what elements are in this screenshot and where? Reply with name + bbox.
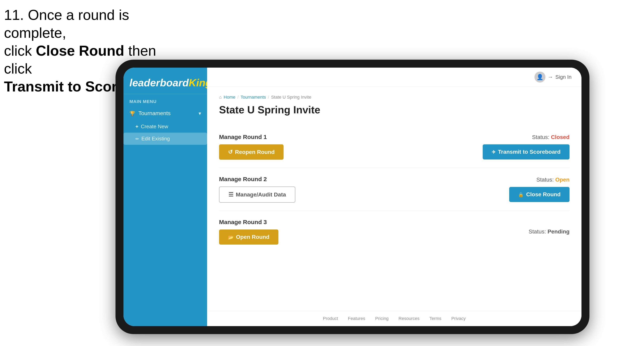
reopen-round-label: Reopen Round (235, 149, 274, 155)
transmit-icon (492, 149, 496, 155)
open-round-label: Open Round (236, 234, 270, 240)
tournaments-label: Tournaments (138, 110, 171, 117)
round-2-status: Status: Open (536, 176, 570, 183)
round-2-title: Manage Round 2 (219, 176, 295, 182)
open-round-button[interactable]: Open Round (219, 229, 278, 245)
footer-features[interactable]: Features (348, 316, 365, 321)
tablet-device: leaderboardKing MAIN MENU Tournaments Cr… (116, 60, 590, 334)
content-area: ⌂ Home / Tournaments / State U Spring In… (207, 87, 582, 311)
plus-icon (136, 124, 138, 130)
round-1-section: Manage Round 1 Reopen Round Status: Clos… (219, 126, 570, 168)
footer-pricing[interactable]: Pricing (375, 316, 388, 321)
round-3-section: Manage Round 3 Open Round Status: Pendin… (219, 211, 570, 253)
footer-terms[interactable]: Terms (430, 316, 442, 321)
transmit-scoreboard-label: Transmit to Scoreboard (498, 149, 560, 155)
reopen-round-button[interactable]: Reopen Round (219, 144, 284, 160)
app-logo: leaderboardKing (130, 78, 201, 88)
footer-product[interactable]: Product (323, 316, 338, 321)
round-2-section: Manage Round 2 Manage/Audit Data Status:… (219, 168, 570, 211)
round-2-status-value: Open (555, 176, 570, 183)
avatar: 👤 (534, 72, 546, 83)
sidebar-logo: leaderboardKing (124, 74, 207, 94)
app-layout: leaderboardKing MAIN MENU Tournaments Cr… (124, 68, 582, 326)
chevron-down-icon (198, 110, 201, 117)
round-3-right: Status: Pending (529, 228, 570, 235)
footer-privacy[interactable]: Privacy (451, 316, 466, 321)
sidebar: leaderboardKing MAIN MENU Tournaments Cr… (124, 68, 207, 326)
round-1-right: Status: Closed Transmit to Scoreboard (483, 134, 570, 160)
manage-audit-button[interactable]: Manage/Audit Data (219, 186, 295, 203)
instruction-line1: 11. Once a round is complete, (4, 6, 183, 42)
sign-in-label: Sign In (556, 74, 572, 80)
reopen-icon (228, 149, 232, 155)
breadcrumb-tournaments-link[interactable]: Tournaments (240, 95, 266, 100)
top-bar: 👤 → Sign In (207, 68, 582, 87)
page-title: State U Spring Invite (219, 104, 570, 116)
breadcrumb-sep1: / (237, 95, 238, 100)
close-round-button[interactable]: Close Round (509, 187, 570, 202)
round-1-status: Status: Closed (532, 134, 570, 140)
close-icon (518, 191, 524, 198)
trophy-icon (130, 110, 136, 117)
manage-audit-label: Manage/Audit Data (236, 191, 286, 198)
footer-resources[interactable]: Resources (398, 316, 420, 321)
round-3-left: Manage Round 3 Open Round (219, 219, 278, 245)
main-menu-label: MAIN MENU (124, 94, 207, 106)
instruction-pre: click (4, 43, 36, 59)
user-icon: 👤 (536, 74, 544, 80)
open-round-icon (228, 234, 234, 240)
tablet-screen: leaderboardKing MAIN MENU Tournaments Cr… (124, 68, 582, 326)
round-3-title: Manage Round 3 (219, 219, 278, 225)
footer: Product Features Pricing Resources Terms… (207, 311, 582, 326)
tournaments-item-left: Tournaments (130, 110, 171, 117)
sidebar-item-create-new[interactable]: Create New (124, 121, 207, 133)
round-3-status-value: Pending (548, 228, 570, 235)
round-2-left: Manage Round 2 Manage/Audit Data (219, 176, 295, 203)
breadcrumb: ⌂ Home / Tournaments / State U Spring In… (219, 95, 570, 100)
round-1-left: Manage Round 1 Reopen Round (219, 134, 284, 160)
breadcrumb-home-link[interactable]: Home (224, 95, 236, 100)
pencil-icon (136, 136, 139, 142)
round-1-title: Manage Round 1 (219, 134, 284, 140)
round-3-status: Status: Pending (529, 228, 570, 235)
breadcrumb-sep2: / (268, 95, 269, 100)
round-2-right: Status: Open Close Round (509, 176, 570, 202)
round-1-status-value: Closed (551, 134, 570, 140)
signin-arrow-icon: → (548, 74, 553, 80)
audit-icon (228, 191, 234, 198)
instruction-bold1: Close Round (36, 43, 124, 59)
sidebar-item-tournaments[interactable]: Tournaments (124, 106, 207, 121)
main-content: 👤 → Sign In ⌂ Home / Tournaments / (207, 68, 582, 326)
transmit-scoreboard-button[interactable]: Transmit to Scoreboard (483, 144, 570, 160)
edit-existing-label: Edit Existing (142, 136, 170, 142)
close-round-label: Close Round (526, 191, 560, 198)
sign-in-area[interactable]: 👤 → Sign In (534, 72, 572, 83)
sidebar-item-edit-existing[interactable]: Edit Existing (124, 133, 207, 145)
create-new-label: Create New (141, 124, 168, 130)
breadcrumb-home-icon: ⌂ (219, 95, 222, 100)
logo-leaderboard: leaderboard (130, 77, 189, 88)
breadcrumb-current: State U Spring Invite (271, 95, 311, 100)
